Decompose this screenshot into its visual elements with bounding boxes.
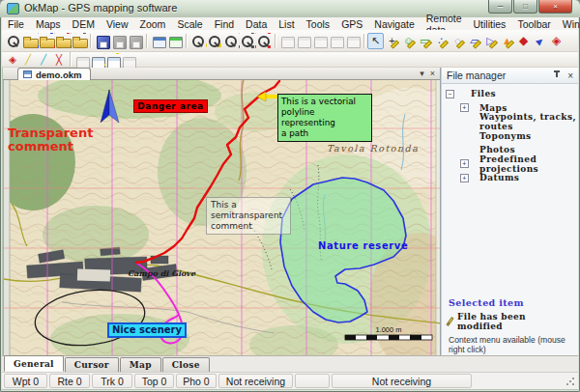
window-arrange-icon[interactable] bbox=[73, 53, 89, 67]
move-object-icon[interactable] bbox=[311, 33, 328, 49]
save-icon[interactable] bbox=[94, 33, 110, 49]
paste-icon[interactable] bbox=[295, 33, 311, 49]
document-tab-strip: demo.okm ▾ × bbox=[3, 68, 440, 80]
zoom-tool-icon[interactable] bbox=[189, 33, 206, 49]
menu-toolbar[interactable]: Toolbar bbox=[511, 17, 556, 30]
expander-icon[interactable]: + bbox=[460, 159, 469, 168]
bottom-tab-strip: General Cursor Map Close bbox=[2, 355, 578, 372]
menu-maps[interactable]: Maps bbox=[30, 17, 67, 30]
open-folder-tracks-icon[interactable] bbox=[54, 33, 71, 49]
tab-cursor[interactable]: Cursor bbox=[65, 357, 119, 372]
danger-area-comment[interactable]: Danger area bbox=[133, 99, 208, 113]
route-plan-icon[interactable]: ◈ bbox=[548, 33, 565, 49]
add-waypoint-icon[interactable]: + bbox=[384, 33, 400, 49]
nice-scenery-comment[interactable]: Nice scenery bbox=[107, 322, 187, 338]
toolbar-separator bbox=[363, 34, 364, 48]
tab-close[interactable]: Close bbox=[162, 357, 210, 372]
semitransparent-comment[interactable]: This a semitransparent comment bbox=[206, 197, 291, 235]
measure-clear-icon[interactable]: ╳ bbox=[51, 53, 67, 67]
open-folder-routes-icon[interactable] bbox=[38, 33, 54, 49]
menu-scale[interactable]: Scale bbox=[171, 17, 208, 30]
tree-item-files[interactable]: − Files bbox=[442, 87, 578, 101]
tree-item-label: Maps bbox=[479, 103, 508, 113]
zoom-window-icon[interactable] bbox=[239, 33, 255, 49]
select-pointer-icon[interactable]: ↖ bbox=[367, 33, 384, 49]
map-preview-icon[interactable] bbox=[166, 33, 183, 49]
transparent-comment[interactable]: Transparent comment bbox=[8, 126, 93, 154]
expander-icon[interactable]: + bbox=[460, 103, 469, 112]
export-data-icon[interactable] bbox=[104, 53, 120, 67]
edit-note-icon[interactable] bbox=[278, 33, 295, 49]
file-manager-header[interactable]: File manager × bbox=[442, 68, 578, 84]
status-remote-receiving: Not receiving bbox=[332, 374, 472, 388]
menu-utilities[interactable]: Utilities bbox=[468, 17, 512, 30]
tree-item-label: Toponyms bbox=[479, 131, 532, 141]
menu-dem[interactable]: DEM bbox=[67, 17, 101, 30]
import-data-icon[interactable] bbox=[89, 53, 104, 67]
maximize-button[interactable]: □ bbox=[513, 0, 537, 14]
okmap-window: OkMap - GPS mapping software ─ □ × File … bbox=[0, 0, 580, 392]
save-as-icon[interactable] bbox=[110, 33, 127, 49]
menu-file[interactable]: File bbox=[2, 17, 30, 30]
panel-close-icon[interactable]: × bbox=[567, 70, 573, 81]
pencil-icon bbox=[446, 317, 453, 326]
add-area-icon[interactable]: ▲ bbox=[499, 33, 515, 49]
add-comment-icon[interactable]: ▭ bbox=[417, 33, 433, 49]
zoom-out-icon[interactable] bbox=[222, 33, 239, 49]
menu-navigate[interactable]: Navigate bbox=[368, 17, 420, 30]
delete-object-icon[interactable] bbox=[328, 33, 344, 49]
menu-data[interactable]: Data bbox=[240, 17, 273, 30]
title-bar[interactable]: OkMap - GPS mapping software ─ □ × bbox=[0, 0, 580, 17]
expander-icon[interactable]: − bbox=[446, 90, 454, 98]
tree-item-predefined-projections[interactable]: + Predefined projections bbox=[442, 157, 578, 172]
close-file-icon[interactable] bbox=[127, 33, 143, 49]
copy-map-icon[interactable] bbox=[150, 33, 166, 49]
mountain-name-label: Tavola Rotonda bbox=[327, 143, 419, 154]
status-spacer bbox=[295, 374, 330, 388]
tab-general[interactable]: General bbox=[4, 355, 64, 372]
map-document-icon bbox=[23, 70, 32, 78]
menu-gps[interactable]: GPS bbox=[335, 17, 368, 30]
secondary-toolbar: ◈ ╱ ╱ ╳ bbox=[2, 52, 578, 68]
resize-grip[interactable] bbox=[566, 377, 575, 386]
open-map-file-icon[interactable] bbox=[5, 33, 21, 49]
path-callout[interactable]: This is a vectorial polyline representin… bbox=[277, 94, 372, 142]
menu-tools[interactable]: Tools bbox=[301, 17, 336, 30]
menu-windows[interactable]: Windows bbox=[557, 17, 580, 30]
open-folder-photos-icon[interactable] bbox=[71, 33, 87, 49]
transparent-comment-line1: Transparent bbox=[8, 126, 93, 140]
menu-remote-data[interactable]: Remote data bbox=[420, 17, 468, 30]
route-tool-icon[interactable]: ◈ bbox=[5, 53, 20, 67]
properties-icon[interactable] bbox=[120, 53, 135, 67]
tab-map[interactable]: Map bbox=[120, 357, 161, 372]
map-canvas[interactable]: 1.000 m Campo di Giove Tavola Rotonda Da… bbox=[3, 80, 440, 355]
tree-item-waypoints-tracks-routes[interactable]: Waypoints, tracks, routes bbox=[442, 115, 578, 129]
add-polyline-icon[interactable]: ▱ bbox=[466, 33, 482, 49]
measure-distance-icon[interactable]: ╱ bbox=[20, 53, 36, 67]
minimize-button[interactable]: ─ bbox=[488, 0, 512, 14]
measure-area-icon[interactable]: ╱ bbox=[36, 53, 51, 67]
add-route-icon[interactable]: ◌ bbox=[450, 33, 466, 49]
menu-view[interactable]: View bbox=[101, 17, 134, 30]
status-bar: Wpt 0 Rte 0 Trk 0 Top 0 Pho 0 Not receiv… bbox=[2, 372, 578, 389]
menu-find[interactable]: Find bbox=[209, 17, 240, 30]
pin-icon[interactable] bbox=[553, 70, 561, 80]
context-menu-hint: Context menu available (mouse right clic… bbox=[449, 335, 574, 354]
tab-demo-okm[interactable]: demo.okm bbox=[17, 68, 91, 80]
menu-list[interactable]: List bbox=[273, 17, 300, 30]
close-button[interactable]: × bbox=[538, 0, 572, 14]
tab-list-dropdown-icon[interactable]: ▾ bbox=[420, 69, 424, 78]
refresh-icon[interactable] bbox=[344, 33, 361, 49]
expander-icon[interactable]: + bbox=[460, 174, 469, 182]
tree-item-label: Files bbox=[471, 89, 496, 98]
zoom-in-icon[interactable] bbox=[206, 33, 222, 49]
open-folder-icon[interactable] bbox=[21, 33, 38, 49]
zoom-scale-icon[interactable] bbox=[255, 33, 272, 49]
add-track-icon[interactable]: ∴ bbox=[433, 33, 450, 49]
add-polygon-icon[interactable]: ▷ bbox=[482, 33, 499, 49]
file-manager-tree: − Files + Maps Waypoints, tracks, routes… bbox=[442, 87, 578, 185]
menu-zoom[interactable]: Zoom bbox=[134, 17, 172, 30]
close-document-icon[interactable]: × bbox=[430, 69, 435, 78]
add-toponym-icon[interactable]: ☺ bbox=[400, 33, 417, 49]
nature-reserve-label[interactable]: Nature reserve bbox=[318, 240, 408, 251]
